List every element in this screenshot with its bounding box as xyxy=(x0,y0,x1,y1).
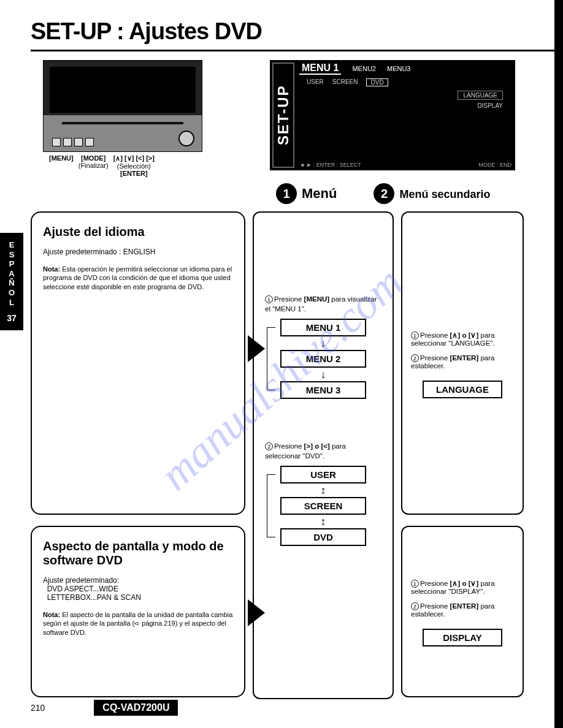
down-arrow-icon: ↓ xyxy=(321,338,326,349)
updown-arrow-icon: ↕ xyxy=(321,516,326,527)
box2-note: Nota: El aspecto de la pantalla de la un… xyxy=(43,610,233,637)
screen-button: SCREEN xyxy=(280,497,366,515)
box2-heading: Aspecto de pantalla y modo de software D… xyxy=(43,539,233,567)
menu-navigation-column: 1Presione [MENU] para visualizar el "MEN… xyxy=(253,211,394,699)
title-rule xyxy=(31,50,557,51)
submenu-display-box: 1Presione [∧] o [∨] para seleccionar "DI… xyxy=(401,526,524,697)
menu1-button: MENU 1 xyxy=(280,319,366,336)
step-2-header: 2Menú secundario xyxy=(373,183,490,204)
page-title: SET-UP : Ajustes DVD xyxy=(31,18,557,45)
mid-step1-text: 1Presione [MENU] para visualizar el "MEN… xyxy=(260,295,386,319)
language-label-button: LANGUAGE xyxy=(423,381,502,398)
model-label: CQ-VAD7200U xyxy=(94,700,178,716)
box1-preset: Ajuste predeterminado : ENGLISH xyxy=(43,248,233,256)
right1-step2: 2Presione [ENTER] para establecer. xyxy=(411,354,514,370)
updown-arrow-icon: ↕ xyxy=(321,485,326,496)
device-button-labels: [MENU] [MODE](Finalizar) [∧] [∨] [<] [>]… xyxy=(49,154,221,177)
right2-step1: 1Presione [∧] o [∨] para seleccionar "DI… xyxy=(411,579,514,595)
step-1-header: 1Menú xyxy=(276,183,337,204)
submenu-language-box: 1Presione [∧] o [∨] para seleccionar "LA… xyxy=(401,211,524,515)
user-button: USER xyxy=(280,466,366,483)
box2-preset: Ajuste predeterminado: DVD ASPECT...WIDE… xyxy=(43,576,233,602)
page-number: 210 xyxy=(31,703,45,713)
right1-step1: 1Presione [∧] o [∨] para seleccionar "LA… xyxy=(411,331,514,347)
box1-note: Nota: Esta operación le permitirá selecc… xyxy=(43,265,233,291)
language-adjust-box: Ajuste del idioma Ajuste predeterminado … xyxy=(31,211,245,515)
menu3-button: MENU 3 xyxy=(280,381,366,399)
mid-step2-text: 2Presione [>] o [<] para seleccionar "DV… xyxy=(260,442,386,466)
onscreen-setup-screenshot: SET-UP MENU 1 MENU2 MENU3 USER SCREEN DV… xyxy=(270,60,515,170)
aspect-box: Aspecto de pantalla y modo de software D… xyxy=(31,526,245,697)
language-side-tab: ESPAÑOL 37 xyxy=(0,233,23,330)
down-arrow-icon: ↓ xyxy=(321,369,326,380)
right2-step2: 2Presione [ENTER] para establecer. xyxy=(411,602,514,618)
menu2-button: MENU 2 xyxy=(280,350,366,368)
box1-heading: Ajuste del idioma xyxy=(43,225,233,239)
display-label-button: DISPLAY xyxy=(423,629,502,646)
dvd-button: DVD xyxy=(280,528,366,546)
device-illustration xyxy=(43,60,202,152)
